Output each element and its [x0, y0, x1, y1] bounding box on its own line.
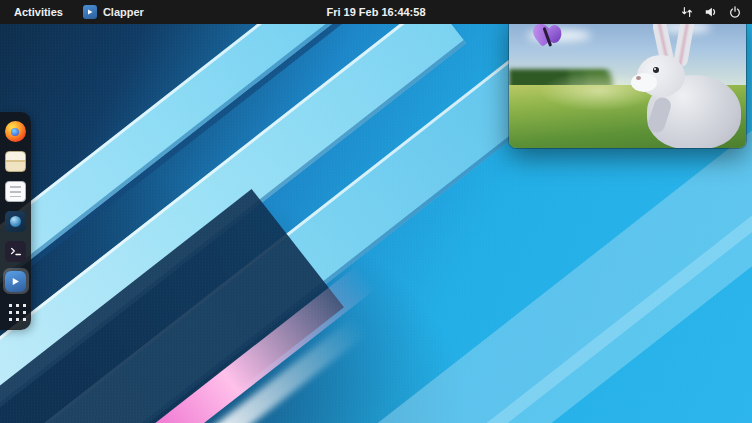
- dock-item-camera[interactable]: [3, 208, 29, 234]
- show-applications-icon: [6, 301, 26, 321]
- text-editor-icon: [5, 181, 26, 202]
- firefox-icon: [5, 121, 26, 142]
- activities-button[interactable]: Activities: [10, 6, 67, 18]
- system-status-area[interactable]: [680, 5, 752, 19]
- files-icon: [5, 151, 26, 172]
- clapper-icon: [5, 271, 26, 292]
- dock-item-text-editor[interactable]: [3, 178, 29, 204]
- dock-item-terminal[interactable]: [3, 238, 29, 264]
- clock-button[interactable]: Fri 19 Feb 16:44:58: [326, 6, 425, 18]
- dock-item-files[interactable]: [3, 148, 29, 174]
- camera-icon: [5, 211, 26, 232]
- terminal-icon: [5, 241, 26, 262]
- top-bar-left: Activities Clapper: [0, 5, 144, 19]
- bunny-nose: [636, 76, 641, 80]
- network-icon: [680, 5, 694, 19]
- dock-item-firefox[interactable]: [3, 118, 29, 144]
- top-bar: Activities Clapper Fri 19 Feb 16:44:58: [0, 0, 752, 24]
- bunny-illustration: [619, 17, 744, 148]
- dock-item-clapper[interactable]: [3, 268, 29, 294]
- power-icon: [728, 5, 742, 19]
- clapper-app-icon: [83, 5, 97, 19]
- bunny-muzzle: [631, 73, 657, 92]
- dock-item-show-applications[interactable]: [3, 298, 29, 324]
- dock: [0, 112, 31, 330]
- video-window[interactable]: [509, 13, 746, 148]
- app-menu-label: Clapper: [103, 6, 144, 18]
- app-menu-button[interactable]: Clapper: [83, 5, 144, 19]
- volume-icon: [704, 5, 718, 19]
- video-frame: [509, 13, 746, 148]
- bunny-eye: [653, 67, 659, 73]
